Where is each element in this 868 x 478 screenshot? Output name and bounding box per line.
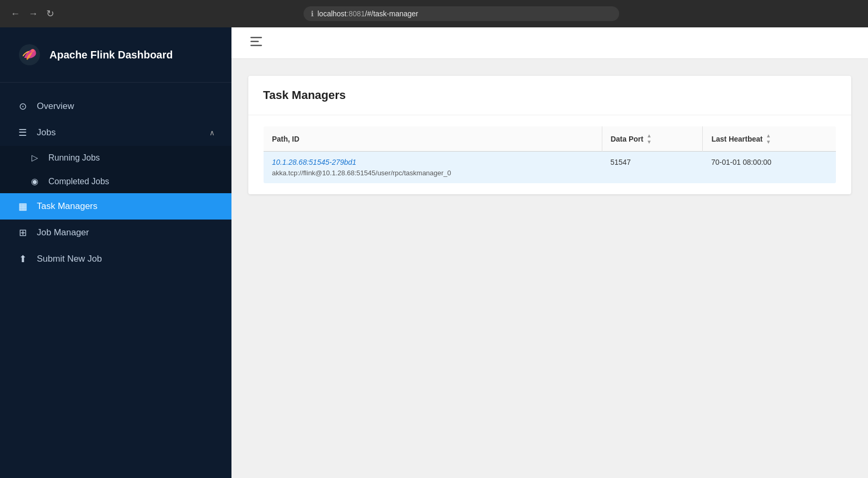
main-content: Task Managers Path, ID Data Port (231, 27, 868, 478)
task-managers-icon: ▦ (17, 201, 28, 212)
sidebar-item-submit-new-job[interactable]: ⬆ Submit New Job (0, 246, 231, 272)
sidebar: Apache Flink Dashboard ⊙ Overview ☰ Jobs… (0, 27, 231, 478)
card-header: Task Managers (248, 76, 851, 115)
table-header: Path, ID Data Port ▲ ▼ (264, 126, 836, 152)
task-managers-table: Path, ID Data Port ▲ ▼ (263, 126, 836, 184)
browser-nav-buttons: ← → ↻ (8, 7, 56, 21)
sidebar-item-label: Task Managers (37, 201, 215, 212)
page-title: Task Managers (263, 88, 836, 102)
sidebar-item-overview[interactable]: ⊙ Overview (0, 93, 231, 120)
svg-rect-4 (250, 45, 262, 46)
cell-last-heartbeat: 70-01-01 08:00:00 (703, 152, 836, 184)
table-row: 10.1.28.68:51545-279bd1 akka.tcp://flink… (264, 152, 836, 184)
sidebar-item-task-managers[interactable]: ▦ Task Managers (0, 193, 231, 220)
jobs-expand-arrow: ∧ (209, 128, 215, 137)
col-path-id: Path, ID (264, 126, 602, 152)
sidebar-item-job-manager[interactable]: ⊞ Job Manager (0, 220, 231, 246)
jobs-icon: ☰ (17, 127, 28, 138)
job-manager-icon: ⊞ (17, 227, 28, 238)
task-managers-card: Task Managers Path, ID Data Port (248, 76, 851, 194)
app-layout: Apache Flink Dashboard ⊙ Overview ☰ Jobs… (0, 27, 868, 478)
svg-point-1 (31, 49, 34, 52)
col-last-heartbeat[interactable]: Last Heartbeat ▲ ▼ (703, 126, 836, 152)
running-jobs-label: Running Jobs (48, 153, 100, 163)
menu-toggle-button[interactable] (248, 35, 264, 51)
sidebar-item-label: Job Manager (37, 227, 215, 238)
completed-jobs-icon: ◉ (29, 176, 40, 186)
svg-rect-3 (250, 41, 259, 43)
sidebar-item-label: Submit New Job (37, 254, 215, 264)
main-header (231, 27, 868, 59)
col-data-port[interactable]: Data Port ▲ ▼ (602, 126, 703, 152)
sort-arrows-heartbeat: ▲ ▼ (766, 133, 771, 145)
reload-button[interactable]: ↻ (44, 7, 56, 21)
flink-logo-icon (17, 42, 42, 67)
submit-job-icon: ⬆ (17, 253, 28, 265)
back-button[interactable]: ← (8, 7, 22, 21)
running-jobs-icon: ▷ (29, 153, 40, 163)
info-icon: ℹ (311, 9, 314, 18)
browser-chrome: ← → ↻ ℹ localhost:8081/#/task-manager (0, 0, 868, 27)
address-text: localhost:8081/#/task-manager (318, 9, 418, 18)
sidebar-item-running-jobs[interactable]: ▷ Running Jobs (0, 146, 231, 170)
address-bar[interactable]: ℹ localhost:8081/#/task-manager (304, 6, 619, 21)
table-body: 10.1.28.68:51545-279bd1 akka.tcp://flink… (264, 152, 836, 184)
svg-rect-2 (250, 37, 262, 38)
completed-jobs-label: Completed Jobs (48, 177, 109, 186)
sidebar-logo: Apache Flink Dashboard (0, 27, 231, 83)
sidebar-item-label: Overview (37, 101, 215, 112)
cell-path-id: 10.1.28.68:51545-279bd1 akka.tcp://flink… (264, 152, 602, 184)
table-wrapper: Path, ID Data Port ▲ ▼ (248, 115, 851, 194)
jobs-submenu: ▷ Running Jobs ◉ Completed Jobs (0, 146, 231, 193)
hamburger-icon (250, 37, 262, 46)
sort-arrows-data-port: ▲ ▼ (647, 133, 652, 145)
cell-data-port: 51547 (602, 152, 703, 184)
overview-icon: ⊙ (17, 101, 28, 112)
sidebar-item-jobs[interactable]: ☰ Jobs ∧ (0, 120, 231, 146)
forward-button[interactable]: → (26, 7, 40, 21)
task-manager-link[interactable]: 10.1.28.68:51545-279bd1 (272, 158, 593, 166)
main-body: Task Managers Path, ID Data Port (231, 59, 868, 478)
sidebar-item-completed-jobs[interactable]: ◉ Completed Jobs (0, 170, 231, 193)
logo-text: Apache Flink Dashboard (49, 49, 173, 61)
task-manager-akka-path: akka.tcp://flink@10.1.28.68:51545/user/r… (272, 169, 451, 177)
sidebar-item-label: Jobs (37, 127, 201, 138)
sidebar-nav: ⊙ Overview ☰ Jobs ∧ ▷ Running Jobs ◉ Com… (0, 83, 231, 478)
